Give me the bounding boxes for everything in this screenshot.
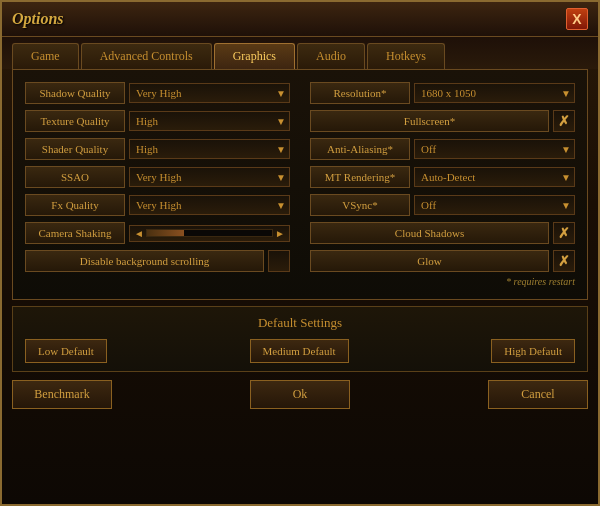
camera-shaking-row: Camera Shaking ◄ ► (25, 222, 290, 244)
benchmark-button[interactable]: Benchmark (12, 380, 112, 409)
resolution-wrapper: 1024 x 768 1280 x 720 1280 x 1024 1680 x… (414, 83, 575, 103)
antialiasing-row: Anti-Aliasing* Off 2x 4x 8x ▼ (310, 138, 575, 160)
cloud-shadows-checkbox[interactable] (553, 222, 575, 244)
resolution-row: Resolution* 1024 x 768 1280 x 720 1280 x… (310, 82, 575, 104)
antialiasing-label: Anti-Aliasing* (310, 138, 410, 160)
defaults-buttons: Low Default Medium Default High Default (25, 339, 575, 363)
options-window: Options X Game Advanced Controls Graphic… (0, 0, 600, 506)
background-scrolling-row: Disable background scrolling (25, 250, 290, 272)
shadow-quality-wrapper: Low Medium High Very High ▼ (129, 83, 290, 103)
mt-rendering-select[interactable]: Off On Auto-Detect (414, 167, 575, 187)
camera-shaking-slider[interactable]: ◄ ► (129, 225, 290, 242)
texture-quality-wrapper: Low Medium High Very High ▼ (129, 111, 290, 131)
cloud-shadows-row: Cloud Shadows (310, 222, 575, 244)
low-default-button[interactable]: Low Default (25, 339, 107, 363)
resolution-label: Resolution* (310, 82, 410, 104)
vsync-wrapper: Off On ▼ (414, 195, 575, 215)
vsync-select[interactable]: Off On (414, 195, 575, 215)
close-button[interactable]: X (566, 8, 588, 30)
slider-left-arrow-icon[interactable]: ◄ (134, 228, 144, 239)
tab-advanced[interactable]: Advanced Controls (81, 43, 212, 69)
glow-row: Glow (310, 250, 575, 272)
antialiasing-wrapper: Off 2x 4x 8x ▼ (414, 139, 575, 159)
medium-default-button[interactable]: Medium Default (250, 339, 349, 363)
slider-right-arrow-icon[interactable]: ► (275, 228, 285, 239)
fullscreen-checkbox[interactable] (553, 110, 575, 132)
mt-rendering-row: MT Rendering* Off On Auto-Detect ▼ (310, 166, 575, 188)
resolution-select[interactable]: 1024 x 768 1280 x 720 1280 x 1024 1680 x… (414, 83, 575, 103)
left-column: Shadow Quality Low Medium High Very High… (25, 82, 290, 272)
cloud-shadows-label: Cloud Shadows (310, 222, 549, 244)
mt-rendering-label: MT Rendering* (310, 166, 410, 188)
camera-shaking-label: Camera Shaking (25, 222, 125, 244)
tab-hotkeys[interactable]: Hotkeys (367, 43, 445, 69)
glow-label: Glow (310, 250, 549, 272)
tab-audio[interactable]: Audio (297, 43, 365, 69)
defaults-title: Default Settings (25, 315, 575, 331)
ssao-select[interactable]: Off Low Medium High Very High (129, 167, 290, 187)
options-grid: Shadow Quality Low Medium High Very High… (25, 82, 575, 272)
bottom-buttons: Benchmark Ok Cancel (2, 372, 598, 417)
texture-quality-select[interactable]: Low Medium High Very High (129, 111, 290, 131)
fx-quality-label: Fx Quality (25, 194, 125, 216)
cancel-button[interactable]: Cancel (488, 380, 588, 409)
tab-bar: Game Advanced Controls Graphics Audio Ho… (2, 37, 598, 69)
fx-quality-wrapper: Low Medium High Very High ▼ (129, 195, 290, 215)
fullscreen-label: Fullscreen* (310, 110, 549, 132)
texture-quality-label: Texture Quality (25, 110, 125, 132)
shadow-quality-select[interactable]: Low Medium High Very High (129, 83, 290, 103)
shader-quality-label: Shader Quality (25, 138, 125, 160)
ssao-row: SSAO Off Low Medium High Very High ▼ (25, 166, 290, 188)
fx-quality-row: Fx Quality Low Medium High Very High ▼ (25, 194, 290, 216)
background-scrolling-label: Disable background scrolling (25, 250, 264, 272)
shadow-quality-label: Shadow Quality (25, 82, 125, 104)
main-content: Shadow Quality Low Medium High Very High… (12, 69, 588, 300)
shader-quality-wrapper: Low Medium High Very High ▼ (129, 139, 290, 159)
texture-quality-row: Texture Quality Low Medium High Very Hig… (25, 110, 290, 132)
shader-quality-select[interactable]: Low Medium High Very High (129, 139, 290, 159)
title-bar: Options X (2, 2, 598, 37)
glow-checkbox[interactable] (553, 250, 575, 272)
fullscreen-row: Fullscreen* (310, 110, 575, 132)
window-title: Options (12, 10, 64, 28)
slider-fill (147, 230, 185, 236)
restart-note: * requires restart (25, 276, 575, 287)
mt-rendering-wrapper: Off On Auto-Detect ▼ (414, 167, 575, 187)
shadow-quality-row: Shadow Quality Low Medium High Very High… (25, 82, 290, 104)
vsync-label: VSync* (310, 194, 410, 216)
high-default-button[interactable]: High Default (491, 339, 575, 363)
defaults-section: Default Settings Low Default Medium Defa… (12, 306, 588, 372)
ssao-wrapper: Off Low Medium High Very High ▼ (129, 167, 290, 187)
background-scrolling-checkbox[interactable] (268, 250, 290, 272)
antialiasing-select[interactable]: Off 2x 4x 8x (414, 139, 575, 159)
right-column: Resolution* 1024 x 768 1280 x 720 1280 x… (310, 82, 575, 272)
tab-graphics[interactable]: Graphics (214, 43, 295, 69)
tab-game[interactable]: Game (12, 43, 79, 69)
shader-quality-row: Shader Quality Low Medium High Very High… (25, 138, 290, 160)
ssao-label: SSAO (25, 166, 125, 188)
slider-track (146, 229, 273, 237)
vsync-row: VSync* Off On ▼ (310, 194, 575, 216)
fx-quality-select[interactable]: Low Medium High Very High (129, 195, 290, 215)
ok-button[interactable]: Ok (250, 380, 350, 409)
